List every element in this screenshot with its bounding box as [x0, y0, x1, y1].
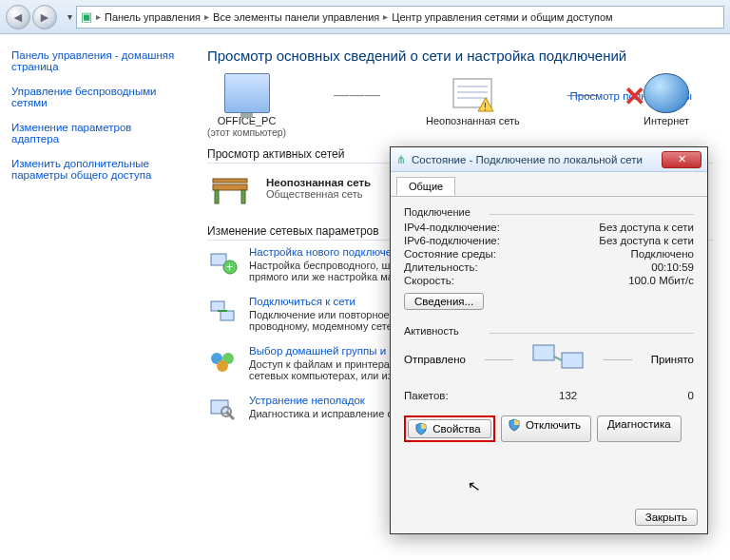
- homegroup-icon: [207, 345, 238, 376]
- line-icon: [604, 359, 632, 360]
- highlight-box: Свойства: [404, 415, 495, 442]
- breadcrumb[interactable]: ▣ ▸ Панель управления ▸ Все элементы пан…: [76, 6, 724, 29]
- svg-rect-21: [533, 345, 554, 360]
- packets-sent-value: 132: [449, 390, 688, 401]
- kv-key: IPv6-подключение:: [404, 235, 500, 246]
- network-icon: ⋔: [396, 153, 406, 166]
- kv-key: Скорость:: [404, 275, 454, 286]
- kv-speed: Скорость:100.0 Мбит/с: [404, 274, 694, 287]
- properties-button-label: Свойства: [432, 423, 481, 434]
- properties-button[interactable]: Свойства: [408, 419, 491, 438]
- page-title: Просмотр основных сведений о сети и наст…: [207, 48, 713, 64]
- kv-ipv4: IPv4-подключение:Без доступа к сети: [404, 221, 694, 234]
- control-panel-icon: ▣: [81, 10, 92, 24]
- group-connection-label: Подключение: [404, 206, 694, 218]
- dialog-titlebar[interactable]: ⋔ Состояние - Подключение по локальной с…: [391, 147, 707, 172]
- svg-rect-13: [211, 301, 224, 311]
- breadcrumb-sep: ▸: [204, 11, 209, 22]
- kv-value: Без доступа к сети: [599, 222, 694, 233]
- activity-row: Отправлено Принято: [404, 339, 694, 379]
- breadcrumb-sep: ▸: [96, 11, 101, 22]
- param-link[interactable]: Устранение неполадок: [249, 395, 365, 406]
- svg-rect-6: [213, 184, 247, 190]
- nav-history-dropdown[interactable]: ▾: [63, 11, 76, 22]
- param-link[interactable]: Выбор домашней группы и пар: [249, 345, 407, 357]
- sidebar: Панель управления - домашняя страница Уп…: [0, 34, 190, 560]
- group-activity-label: Активность: [404, 325, 694, 337]
- kv-media-state: Состояние среды:Подключено: [404, 247, 694, 261]
- breadcrumb-item[interactable]: Панель управления: [105, 11, 201, 23]
- param-link[interactable]: Подключиться к сети: [249, 296, 355, 307]
- shield-icon: [508, 418, 521, 432]
- received-label: Принято: [651, 354, 694, 365]
- network-warning-icon: !: [450, 73, 495, 113]
- this-computer-node[interactable]: OFFICE_PC (этот компьютер): [207, 73, 286, 138]
- tab-strip: Общие: [391, 172, 707, 197]
- node-sublabel: (этот компьютер): [207, 126, 286, 138]
- svg-rect-7: [213, 179, 247, 183]
- internet-node[interactable]: ✕ Интернет: [644, 73, 689, 126]
- close-dialog-button[interactable]: Закрыть: [635, 509, 698, 526]
- node-label: Неопознанная сеть: [426, 115, 520, 126]
- computer-icon: [224, 73, 270, 113]
- line-icon: [485, 359, 513, 360]
- svg-line-23: [554, 357, 562, 360]
- sidebar-link-sharing-settings[interactable]: Изменить дополнительные параметры общего…: [11, 158, 179, 181]
- kv-packets: Пакетов: 132 0: [404, 389, 694, 402]
- network-map-row: OFFICE_PC (этот компьютер) — — — ! Неопо…: [207, 73, 713, 138]
- sidebar-link-home[interactable]: Панель управления - домашняя страница: [11, 49, 179, 72]
- diagnose-button[interactable]: Диагностика: [597, 415, 682, 442]
- bench-icon: [207, 169, 253, 207]
- new-connection-icon: +: [207, 246, 238, 277]
- sidebar-link-wireless[interactable]: Управление беспроводными сетями: [11, 86, 179, 108]
- kv-key: Длительность:: [404, 261, 478, 273]
- activity-computers-icon: [531, 339, 585, 379]
- connect-network-icon: [207, 296, 238, 326]
- unknown-network-node[interactable]: ! Неопознанная сеть: [426, 73, 520, 126]
- active-network-type: Общественная сеть: [266, 188, 371, 200]
- svg-rect-8: [215, 190, 219, 203]
- back-button[interactable]: ◄: [6, 5, 30, 29]
- details-button[interactable]: Сведения...: [404, 293, 484, 310]
- svg-rect-9: [241, 190, 245, 203]
- svg-text:+: +: [226, 261, 233, 274]
- kv-duration: Длительность:00:10:59: [404, 261, 694, 274]
- kv-value: Без доступа к сети: [599, 235, 694, 246]
- active-network-name: Неопознанная сеть: [266, 177, 371, 188]
- disable-button[interactable]: Отключить: [501, 415, 591, 442]
- packets-label: Пакетов:: [404, 390, 449, 401]
- shield-icon: [414, 422, 428, 435]
- sidebar-link-adapter-settings[interactable]: Изменение параметров адаптера: [11, 122, 179, 145]
- kv-value: 100.0 Мбит/с: [628, 275, 694, 286]
- forward-button[interactable]: ►: [32, 5, 57, 29]
- param-desc: Диагностика и исправление сет: [249, 408, 403, 419]
- breadcrumb-item[interactable]: Все элементы панели управления: [213, 11, 379, 23]
- tab-general[interactable]: Общие: [396, 177, 455, 196]
- svg-rect-22: [562, 353, 583, 368]
- connection-status-dialog: ⋔ Состояние - Подключение по локальной с…: [390, 146, 708, 534]
- kv-ipv6: IPv6-подключение:Без доступа к сети: [404, 234, 694, 247]
- group-divider: [490, 214, 694, 215]
- svg-point-18: [217, 360, 228, 372]
- troubleshoot-icon: [207, 395, 238, 425]
- breadcrumb-item[interactable]: Центр управления сетями и общим доступом: [392, 11, 612, 23]
- svg-rect-14: [221, 311, 234, 320]
- breadcrumb-sep: ▸: [383, 11, 388, 22]
- packets-recv-value: 0: [688, 390, 694, 401]
- kv-value: 00:10:59: [651, 261, 694, 273]
- address-bar: ◄ ► ▾ ▣ ▸ Панель управления ▸ Все элемен…: [0, 0, 730, 34]
- kv-key: Состояние среды:: [404, 248, 496, 260]
- kv-key: IPv4-подключение:: [404, 222, 500, 233]
- disable-button-label: Отключить: [526, 419, 581, 431]
- link-line: — — —: [334, 87, 378, 104]
- dialog-action-row: Свойства Отключить Диагностика: [404, 415, 694, 442]
- group-divider: [490, 333, 694, 334]
- close-button[interactable]: ✕: [662, 151, 701, 168]
- dialog-title: Состояние - Подключение по локальной сет…: [412, 154, 662, 165]
- kv-value: Подключено: [631, 248, 695, 260]
- sent-label: Отправлено: [404, 354, 466, 365]
- x-icon: ✕: [611, 77, 657, 117]
- svg-text:!: !: [484, 102, 487, 112]
- param-link[interactable]: Настройка нового подключени: [249, 246, 404, 258]
